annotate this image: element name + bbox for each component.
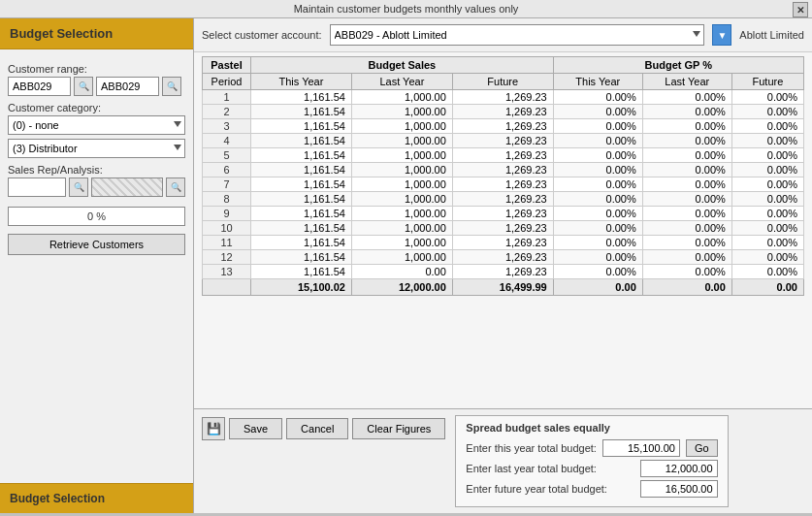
cell-bs-ty[interactable]: 1,161.54 xyxy=(251,177,352,192)
cell-bs-f[interactable]: 1,269.23 xyxy=(452,148,553,163)
sales-rep-search-button[interactable]: 🔍 xyxy=(69,177,88,197)
cell-bs-ty[interactable]: 1,161.54 xyxy=(251,207,352,221)
customer-account-dropdown-button[interactable]: ▼ xyxy=(712,24,731,46)
cell-bs-ly[interactable]: 1,000.00 xyxy=(351,90,452,105)
cell-gp-ty[interactable]: 0.00% xyxy=(553,134,642,148)
cell-gp-ly[interactable]: 0.00% xyxy=(642,148,731,163)
cell-gp-ly[interactable]: 0.00% xyxy=(642,265,731,279)
cell-bs-f[interactable]: 1,269.23 xyxy=(452,163,553,177)
cell-bs-ly[interactable]: 1,000.00 xyxy=(351,105,452,119)
cell-gp-ty[interactable]: 0.00% xyxy=(553,265,642,279)
cell-bs-f[interactable]: 1,269.23 xyxy=(452,192,553,207)
cell-gp-f[interactable]: 0.00% xyxy=(731,250,803,265)
cell-bs-ly[interactable]: 1,000.00 xyxy=(351,134,452,148)
cell-bs-ty[interactable]: 1,161.54 xyxy=(251,134,352,148)
cell-gp-ty[interactable]: 0.00% xyxy=(553,90,642,105)
cell-bs-ly[interactable]: 1,000.00 xyxy=(351,148,452,163)
cell-bs-f[interactable]: 1,269.23 xyxy=(452,90,553,105)
retrieve-customers-button[interactable]: Retrieve Customers xyxy=(8,234,185,255)
customer-account-select[interactable]: ABB029 - Ablott Limited xyxy=(330,24,705,46)
cell-gp-f[interactable]: 0.00% xyxy=(731,105,803,119)
cell-bs-f[interactable]: 1,269.23 xyxy=(452,250,553,265)
cell-gp-ty[interactable]: 0.00% xyxy=(553,177,642,192)
cell-bs-f[interactable]: 1,269.23 xyxy=(452,119,553,134)
cell-gp-ty[interactable]: 0.00% xyxy=(553,236,642,250)
cell-gp-ly[interactable]: 0.00% xyxy=(642,236,731,250)
cell-gp-ly[interactable]: 0.00% xyxy=(642,192,731,207)
save-icon-button[interactable]: 💾 xyxy=(202,417,225,440)
cell-bs-ly[interactable]: 1,000.00 xyxy=(351,192,452,207)
cell-gp-f[interactable]: 0.00% xyxy=(731,163,803,177)
cell-gp-ty[interactable]: 0.00% xyxy=(553,148,642,163)
cell-gp-ly[interactable]: 0.00% xyxy=(642,105,731,119)
cell-gp-ty[interactable]: 0.00% xyxy=(553,105,642,119)
close-button[interactable]: ✕ xyxy=(793,2,808,17)
customer-to-search-button[interactable]: 🔍 xyxy=(162,77,181,96)
cell-bs-ty[interactable]: 1,161.54 xyxy=(251,148,352,163)
cell-gp-f[interactable]: 0.00% xyxy=(731,134,803,148)
cell-gp-f[interactable]: 0.00% xyxy=(731,90,803,105)
cell-gp-f[interactable]: 0.00% xyxy=(731,192,803,207)
cell-bs-ly[interactable]: 1,000.00 xyxy=(351,236,452,250)
cell-gp-ly[interactable]: 0.00% xyxy=(642,163,731,177)
customer-from-search-button[interactable]: 🔍 xyxy=(74,77,93,96)
customer-range-to[interactable] xyxy=(96,77,159,96)
cell-bs-ty[interactable]: 1,161.54 xyxy=(251,163,352,177)
cell-bs-f[interactable]: 1,269.23 xyxy=(452,105,553,119)
cell-bs-ty[interactable]: 1,161.54 xyxy=(251,265,352,279)
cell-bs-ty[interactable]: 1,161.54 xyxy=(251,250,352,265)
cell-bs-ly[interactable]: 1,000.00 xyxy=(351,119,452,134)
spread-this-year-input[interactable] xyxy=(602,439,680,457)
cell-bs-f[interactable]: 1,269.23 xyxy=(452,236,553,250)
col-period: Period xyxy=(203,74,251,90)
customer-category-select-0[interactable]: (0) - none xyxy=(8,115,185,135)
customer-range-from[interactable] xyxy=(8,77,71,96)
cell-bs-ly[interactable]: 1,000.00 xyxy=(351,221,452,236)
cell-gp-f[interactable]: 0.00% xyxy=(731,265,803,279)
sales-rep-search-button-2[interactable]: 🔍 xyxy=(166,177,185,197)
spread-future-year-input[interactable] xyxy=(640,480,718,498)
cell-gp-ty[interactable]: 0.00% xyxy=(553,192,642,207)
cell-gp-ty[interactable]: 0.00% xyxy=(553,119,642,134)
cell-gp-f[interactable]: 0.00% xyxy=(731,221,803,236)
cell-gp-ly[interactable]: 0.00% xyxy=(642,250,731,265)
cell-gp-f[interactable]: 0.00% xyxy=(731,148,803,163)
go-button[interactable]: Go xyxy=(686,439,718,457)
cell-bs-ty[interactable]: 1,161.54 xyxy=(251,236,352,250)
cell-gp-ly[interactable]: 0.00% xyxy=(642,221,731,236)
cell-gp-f[interactable]: 0.00% xyxy=(731,207,803,221)
cell-bs-f[interactable]: 1,269.23 xyxy=(452,177,553,192)
cell-bs-f[interactable]: 1,269.23 xyxy=(452,265,553,279)
cell-bs-ly[interactable]: 1,000.00 xyxy=(351,250,452,265)
cell-bs-ty[interactable]: 1,161.54 xyxy=(251,105,352,119)
cell-gp-ly[interactable]: 0.00% xyxy=(642,177,731,192)
sales-rep-input[interactable] xyxy=(8,177,66,197)
cell-bs-ly[interactable]: 0.00 xyxy=(351,265,452,279)
cell-gp-ty[interactable]: 0.00% xyxy=(553,250,642,265)
cell-bs-ly[interactable]: 1,000.00 xyxy=(351,207,452,221)
cell-bs-f[interactable]: 1,269.23 xyxy=(452,221,553,236)
cell-bs-f[interactable]: 1,269.23 xyxy=(452,134,553,148)
save-button[interactable]: Save xyxy=(229,418,282,439)
cell-gp-ly[interactable]: 0.00% xyxy=(642,119,731,134)
cell-bs-ty[interactable]: 1,161.54 xyxy=(251,221,352,236)
cell-gp-ty[interactable]: 0.00% xyxy=(553,221,642,236)
customer-category-select-1[interactable]: (3) Distributor xyxy=(8,139,185,158)
cell-bs-ly[interactable]: 1,000.00 xyxy=(351,177,452,192)
cell-bs-ly[interactable]: 1,000.00 xyxy=(351,163,452,177)
cell-gp-ly[interactable]: 0.00% xyxy=(642,134,731,148)
cell-gp-ly[interactable]: 0.00% xyxy=(642,90,731,105)
cell-bs-ty[interactable]: 1,161.54 xyxy=(251,192,352,207)
cell-gp-ly[interactable]: 0.00% xyxy=(642,207,731,221)
cell-gp-f[interactable]: 0.00% xyxy=(731,236,803,250)
cancel-button[interactable]: Cancel xyxy=(286,418,348,439)
spread-last-year-input[interactable] xyxy=(640,460,718,477)
cell-bs-ty[interactable]: 1,161.54 xyxy=(251,119,352,134)
cell-gp-ty[interactable]: 0.00% xyxy=(553,163,642,177)
cell-bs-f[interactable]: 1,269.23 xyxy=(452,207,553,221)
clear-figures-button[interactable]: Clear Figures xyxy=(352,418,445,439)
cell-gp-ty[interactable]: 0.00% xyxy=(553,207,642,221)
cell-bs-ty[interactable]: 1,161.54 xyxy=(251,90,352,105)
cell-gp-f[interactable]: 0.00% xyxy=(731,119,803,134)
cell-gp-f[interactable]: 0.00% xyxy=(731,177,803,192)
